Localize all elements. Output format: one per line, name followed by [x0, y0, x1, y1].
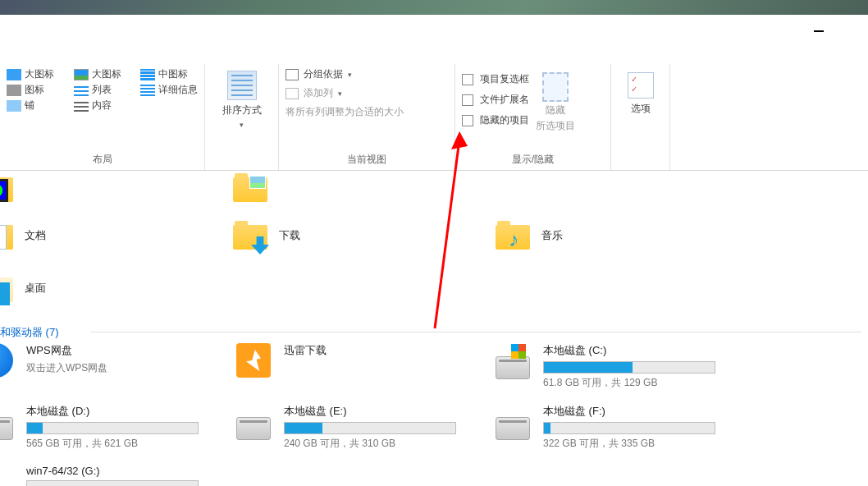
group-label: 布局 [0, 151, 204, 170]
folder-desktop[interactable]: 桌面 [0, 271, 225, 305]
sort-button[interactable]: 排序方式 ▾ [216, 67, 268, 132]
drive-sub: 61.8 GB 可用，共 129 GB [543, 376, 758, 390]
minimize-icon [814, 30, 824, 32]
ribbon-group-options: 选项 [611, 64, 670, 170]
desktop-overlay-icon [0, 282, 10, 305]
folder-videos[interactable] [0, 171, 233, 205]
desktop-icon [0, 271, 13, 305]
drive-name: WPS网盘 [26, 343, 241, 358]
drives-section-header[interactable]: 和驱动器 (7) [0, 320, 59, 345]
hide-icon [542, 72, 569, 102]
detail-icon [140, 85, 155, 96]
sort-icon [227, 71, 257, 100]
titlebar [0, 15, 868, 64]
divider [90, 332, 861, 332]
minimize-button[interactable] [802, 20, 835, 43]
doc-overlay-icon [0, 225, 7, 250]
drive-name: 本地磁盘 (E:) [284, 404, 499, 419]
drive-sub: 565 GB 可用，共 621 GB [26, 437, 241, 451]
tile-icon [7, 100, 21, 112]
view-list[interactable]: 列表 [74, 83, 131, 97]
capacity-bar [26, 422, 199, 434]
xunlei-icon [236, 343, 272, 379]
layout-label: 铺 [25, 99, 34, 112]
drive-d[interactable]: 本地磁盘 (D:) 565 GB 可用，共 621 GB [0, 404, 241, 451]
item-checkboxes-toggle[interactable]: 项目复选框 [462, 72, 529, 86]
pictures-icon [233, 171, 267, 205]
layout-label: 详细信息 [158, 83, 198, 97]
capacity-fill [285, 423, 322, 433]
caret-icon: ▾ [338, 89, 342, 98]
layout-label: 图标 [25, 83, 44, 97]
options-button[interactable]: 选项 [623, 67, 659, 121]
disk-g-icon [0, 465, 15, 486]
layout-label: 大图标 [92, 67, 121, 81]
disk-c-icon [496, 343, 532, 379]
downloads-icon [233, 218, 267, 253]
documents-icon [0, 218, 13, 253]
view-small-icons[interactable]: 图标 [7, 83, 64, 97]
capacity-bar [543, 361, 715, 374]
capacity-fill [544, 423, 550, 433]
section-label: 和驱动器 (7) [0, 326, 59, 338]
wps-icon [0, 343, 15, 379]
drive-name: win7-64/32 (G:) [26, 465, 241, 477]
view-medium-icons[interactable]: 中图标 [140, 67, 198, 81]
content-area: 文档 下载 ♪ 音乐 桌面 和驱动器 (7) WPS网盘 双击进入WPS网盘 [0, 171, 868, 486]
group-label: 显示/隐藏 [455, 151, 610, 170]
folder-pictures[interactable] [233, 171, 496, 205]
drive-wps[interactable]: WPS网盘 双击进入WPS网盘 [0, 343, 241, 379]
drive-sub: 240 GB 可用，共 310 GB [284, 437, 499, 451]
caret-down-icon: ▾ [240, 121, 244, 129]
capacity-fill [544, 362, 633, 373]
drive-xunlei[interactable]: 迅雷下载 [236, 343, 499, 379]
drive-c[interactable]: 本地磁盘 (C:) 61.8 GB 可用，共 129 GB [496, 343, 758, 390]
layout-label: 中图标 [158, 67, 188, 81]
view-content[interactable]: 内容 [74, 99, 131, 112]
view-large-icons[interactable]: 大图标 [74, 67, 131, 81]
layout-label: 列表 [92, 83, 112, 97]
drive-name: 迅雷下载 [284, 343, 499, 358]
options-icon [628, 72, 654, 99]
m-icon [140, 69, 155, 80]
ribbon-group-showhide: 项目复选框 文件扩展名 隐藏的项目 隐藏 所选项目 显示/隐藏 [455, 64, 611, 170]
view-extra-large-icons[interactable]: 大图标 [7, 67, 64, 81]
groupby-icon [286, 69, 299, 80]
disk-e-icon [236, 404, 272, 440]
drive-name: 本地磁盘 (D:) [26, 404, 241, 419]
drive-e[interactable]: 本地磁盘 (E:) 240 GB 可用，共 310 GB [236, 404, 499, 451]
view-details[interactable]: 详细信息 [140, 83, 198, 97]
drive-g[interactable]: win7-64/32 (G:) [0, 465, 241, 486]
capacity-bar [284, 422, 456, 434]
disk-d-icon [0, 404, 15, 440]
drive-f[interactable]: 本地磁盘 (F:) 322 GB 可用，共 335 GB [496, 404, 758, 451]
view-tiles[interactable]: 铺 [7, 99, 64, 112]
ribbon: 大图标 大图标 中图标 图标 列表 详细信息 铺 内容 布局 排序方式 ▾ [0, 64, 868, 171]
ribbon-group-current-view: 分组依据 ▾ 添加列 ▾ 将所有列调整为合适的大小 当前视图 [279, 64, 455, 170]
svg-rect-0 [814, 30, 824, 32]
folder-downloads[interactable]: 下载 [233, 218, 496, 253]
checkbox-icon [462, 115, 473, 126]
group-label [205, 154, 278, 170]
group-by-button[interactable]: 分组依据 ▾ [286, 67, 404, 81]
layout-label: 内容 [92, 99, 112, 112]
drive-sub: 双击进入WPS网盘 [26, 361, 241, 375]
fit-columns-button[interactable]: 将所有列调整为合适的大小 [286, 105, 404, 119]
xl-icon [7, 69, 21, 80]
videos-icon [0, 171, 13, 205]
add-column-button[interactable]: 添加列 ▾ [286, 86, 404, 100]
file-extensions-toggle[interactable]: 文件扩展名 [462, 93, 529, 107]
cb-label: 项目复选框 [480, 72, 529, 86]
ribbon-group-sort: 排序方式 ▾ [205, 64, 279, 170]
drive-name: 本地磁盘 (C:) [543, 343, 758, 358]
hide-label: 所选项目 [536, 119, 575, 133]
hide-selected-button[interactable]: 隐藏 所选项目 [529, 67, 582, 133]
disk-f-icon [496, 404, 532, 440]
checkbox-icon [462, 94, 473, 106]
window-edge [0, 0, 868, 15]
hidden-items-toggle[interactable]: 隐藏的项目 [462, 113, 529, 127]
folder-documents[interactable]: 文档 [0, 218, 233, 253]
music-icon: ♪ [496, 218, 530, 253]
folder-music[interactable]: ♪ 音乐 [496, 218, 742, 253]
video-overlay-icon [0, 179, 8, 202]
